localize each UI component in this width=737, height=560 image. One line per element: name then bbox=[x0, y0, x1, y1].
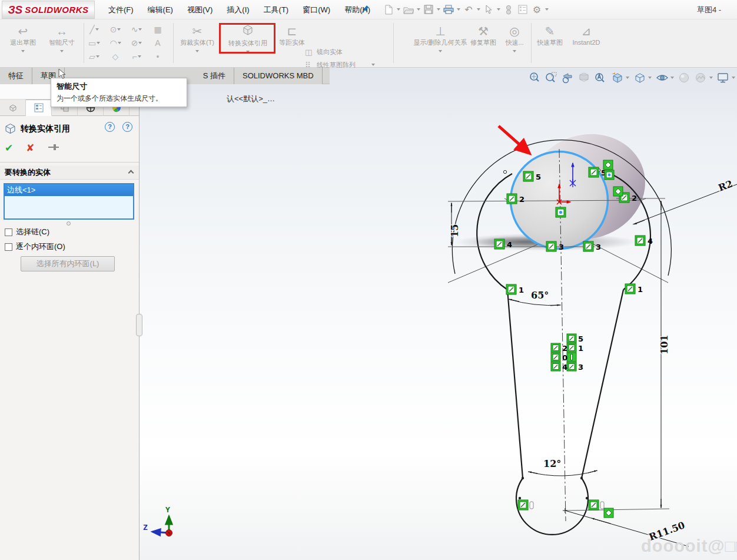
cancel-button[interactable]: ✘ bbox=[26, 142, 34, 154]
graphics-viewport[interactable]: 认<<默认>_… bbox=[140, 68, 737, 560]
open-file-icon[interactable] bbox=[403, 3, 414, 16]
line-tool-icon[interactable]: ╱ bbox=[87, 23, 101, 36]
relation-badge[interactable]: 5 bbox=[567, 334, 583, 343]
polygon-tool-icon[interactable]: ◇ bbox=[108, 50, 122, 63]
relation-badge[interactable]: 1 bbox=[567, 343, 583, 353]
menu-help[interactable]: 帮助(H) bbox=[337, 0, 377, 19]
ellipse-tool-icon[interactable]: ⊘ bbox=[130, 37, 144, 49]
circle-tool-icon[interactable]: ⊙ bbox=[108, 23, 122, 36]
relation-badge[interactable]: 2 bbox=[551, 343, 567, 353]
relation-badge[interactable] bbox=[518, 500, 533, 510]
property-list-icon[interactable] bbox=[517, 3, 529, 16]
tangent-relation-badge[interactable] bbox=[603, 160, 613, 170]
relation-badge[interactable]: 5 bbox=[523, 171, 541, 181]
relation-badge[interactable]: 0 bbox=[551, 353, 567, 362]
convert-caret-icon[interactable] bbox=[246, 51, 250, 53]
left-taper-line[interactable] bbox=[507, 290, 523, 478]
arc-tool-icon[interactable]: ◠ bbox=[108, 37, 122, 49]
relation-badge[interactable]: 2 bbox=[507, 194, 524, 204]
coincident-relation-badge[interactable] bbox=[556, 207, 566, 217]
slot-tool-icon[interactable]: ▱ bbox=[87, 50, 101, 63]
menu-file[interactable]: 文件(F) bbox=[101, 0, 141, 19]
inner-loops-checkbox[interactable] bbox=[5, 243, 12, 251]
print-caret-icon[interactable] bbox=[457, 8, 460, 11]
instant2d-button[interactable]: ⊿ Instant2D bbox=[566, 24, 606, 47]
selection-listbox[interactable]: 边线<1> bbox=[4, 183, 134, 220]
relation-badge[interactable]: 3 bbox=[546, 241, 564, 251]
tangent-relation-badge[interactable] bbox=[613, 187, 623, 196]
exit-sketch-caret-icon[interactable] bbox=[21, 50, 25, 52]
new-document-icon[interactable] bbox=[383, 3, 394, 16]
whats-new-help-icon[interactable]: ? bbox=[105, 122, 115, 132]
quick-snaps-button[interactable]: ◎ 快速... bbox=[500, 24, 529, 54]
relation-badge[interactable]: 4 bbox=[635, 236, 653, 246]
right-taper-line[interactable] bbox=[582, 290, 623, 478]
dimension-12deg[interactable]: 12° bbox=[528, 458, 597, 476]
point-tool-icon[interactable]: • bbox=[151, 50, 165, 63]
open-caret-icon[interactable] bbox=[417, 8, 420, 11]
spline-tool-icon[interactable]: ∿ bbox=[130, 23, 144, 36]
help-icon[interactable]: ? bbox=[122, 122, 132, 132]
options-caret-icon[interactable] bbox=[545, 8, 549, 11]
tab-features[interactable]: 特征 bbox=[0, 68, 32, 84]
panel-splitter-handle[interactable] bbox=[136, 314, 142, 336]
mirror-entities-button[interactable]: ◫ 镜向实体 bbox=[305, 45, 392, 58]
undo-caret-icon[interactable] bbox=[477, 8, 480, 11]
trim-caret-icon[interactable] bbox=[195, 50, 199, 52]
menu-window[interactable]: 窗口(W) bbox=[296, 0, 337, 19]
cylinder-solid[interactable] bbox=[454, 119, 659, 254]
linear-pattern-caret-icon[interactable] bbox=[371, 64, 375, 66]
pin-menu-icon[interactable] bbox=[360, 4, 370, 17]
smart-dimension-button[interactable]: ↔ 智能尺寸 bbox=[44, 24, 80, 54]
print-icon[interactable] bbox=[443, 3, 454, 16]
selected-edge-item[interactable]: 边线<1> bbox=[5, 184, 133, 196]
sketch-text-tool-icon[interactable]: A bbox=[151, 37, 165, 49]
repair-sketch-button[interactable]: ⚒ 修复草图 bbox=[469, 24, 498, 47]
left-boss-arc[interactable] bbox=[477, 174, 512, 290]
relation-badge[interactable]: 3 bbox=[583, 241, 601, 251]
save-caret-icon[interactable] bbox=[437, 8, 440, 11]
tangent-relation-badge[interactable] bbox=[604, 508, 613, 518]
dimension-101[interactable]: 101 bbox=[659, 201, 670, 508]
undo-icon[interactable]: ↶ bbox=[463, 3, 474, 16]
rapid-sketch-button[interactable]: ✎ 快速草图 bbox=[535, 24, 565, 47]
select-chain-checkbox[interactable] bbox=[5, 228, 12, 236]
relation-badge[interactable] bbox=[589, 500, 604, 510]
select-caret-icon[interactable] bbox=[497, 8, 500, 11]
tab-solidworks-mbd[interactable]: SOLIDWORKS MBD bbox=[234, 68, 323, 84]
collapse-chevron-icon[interactable] bbox=[128, 170, 134, 176]
menu-view[interactable]: 视图(V) bbox=[180, 0, 220, 19]
quick-snaps-caret-icon[interactable] bbox=[513, 50, 516, 52]
select-all-inner-loops-button[interactable]: 选择所有内环面(L) bbox=[21, 256, 115, 271]
featuremanager-tab[interactable] bbox=[0, 100, 26, 116]
fillet-tool-icon[interactable]: ⌐ bbox=[130, 50, 144, 63]
relation-badge[interactable]: 3 bbox=[567, 362, 583, 372]
trim-entities-button[interactable]: ✂ 剪裁实体(T) bbox=[177, 24, 218, 54]
ok-button[interactable]: ✔ bbox=[5, 142, 13, 154]
pattern-tool-icon[interactable]: ▦ bbox=[151, 23, 165, 36]
toggle-state-icon[interactable] bbox=[503, 3, 514, 16]
select-cursor-icon[interactable] bbox=[483, 3, 494, 16]
entities-to-convert-section[interactable]: 要转换的实体 bbox=[0, 165, 139, 180]
relation-badge[interactable]: 4 bbox=[551, 362, 567, 372]
rectangle-tool-icon[interactable]: ▭ bbox=[87, 37, 101, 49]
dimension-15[interactable]: 15 bbox=[449, 203, 460, 246]
smart-dimension-caret-icon[interactable] bbox=[60, 50, 64, 52]
convert-entities-button[interactable]: 转换实体引用 bbox=[220, 24, 275, 54]
listbox-resize-handle[interactable] bbox=[67, 221, 71, 226]
offset-entities-button[interactable]: ⊏ 等距实体 bbox=[278, 24, 306, 47]
sketch-canvas[interactable]: 15 101 65° 12° bbox=[140, 68, 737, 560]
propertymanager-tab[interactable] bbox=[26, 100, 52, 116]
relation-badge[interactable]: 1 bbox=[625, 284, 643, 294]
menu-edit[interactable]: 编辑(E) bbox=[141, 0, 180, 19]
menu-insert[interactable]: 插入(I) bbox=[220, 0, 256, 19]
options-gear-icon[interactable]: ⚙ bbox=[531, 3, 543, 16]
keep-visible-pin-icon[interactable] bbox=[48, 143, 59, 154]
coincident-relation-badge[interactable] bbox=[605, 170, 614, 180]
relation-badge[interactable]: 1 bbox=[506, 284, 524, 294]
vertical-relation-badge[interactable] bbox=[567, 353, 576, 362]
new-caret-icon[interactable] bbox=[397, 8, 400, 11]
relation-badge[interactable]: 4 bbox=[494, 239, 512, 249]
exit-sketch-button[interactable]: ↩ 退出草图 bbox=[5, 24, 41, 54]
menu-tools[interactable]: 工具(T) bbox=[257, 0, 296, 19]
